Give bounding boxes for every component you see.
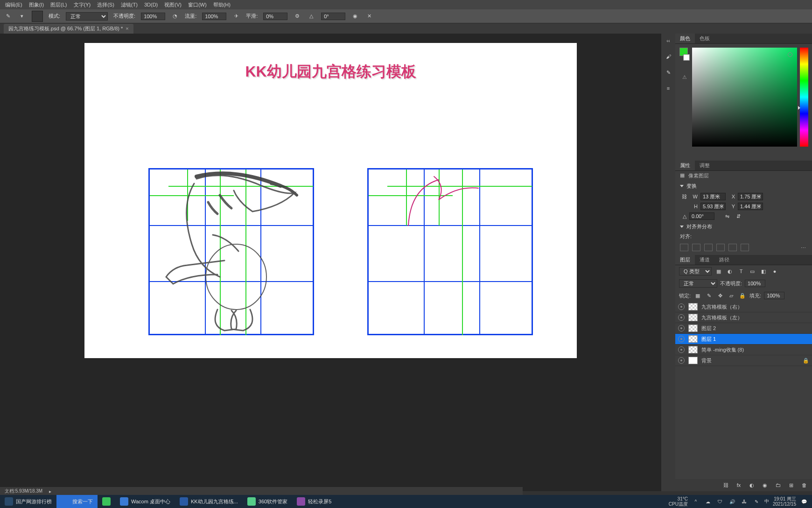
layer-opacity-input[interactable] [745, 280, 765, 287]
align-top-icon[interactable] [716, 244, 725, 251]
tab-properties[interactable]: 属性 [675, 161, 695, 170]
status-arrow-icon[interactable]: ▸ [49, 489, 51, 494]
angle-prop-input[interactable] [689, 212, 714, 220]
tray-up-icon[interactable]: ^ [692, 497, 700, 506]
brush-preview-icon[interactable] [32, 11, 43, 22]
visibility-icon[interactable] [678, 303, 685, 310]
pressure-opacity-icon[interactable]: ◔ [171, 12, 179, 21]
layer-blend-select[interactable]: 正常 [679, 279, 717, 288]
transform-header[interactable]: 变换 [675, 181, 812, 191]
flow-input[interactable] [202, 13, 226, 20]
taskbar-item[interactable]: Wacom 桌面中心 [115, 495, 175, 508]
y-input[interactable] [738, 203, 763, 210]
link-layers-icon[interactable]: ⛓ [721, 481, 730, 489]
tray-shield-icon[interactable]: 🛡 [716, 497, 724, 506]
layer-fx-icon[interactable]: fx [735, 481, 743, 489]
width-input[interactable] [700, 193, 726, 200]
fill-input[interactable] [764, 292, 784, 299]
canvas-area[interactable]: KK幼儿园九宫格练习模板 [0, 34, 661, 491]
filter-shape-icon[interactable]: ▭ [748, 267, 756, 275]
menu-3d[interactable]: 3D(D) [141, 1, 161, 8]
layer-row[interactable]: 九宫格模板（左） [675, 312, 812, 323]
panel-collapse-icon[interactable]: ‹‹ [664, 36, 672, 45]
tray-net-icon[interactable]: 🖧 [740, 497, 749, 506]
lock-artboard-icon[interactable]: ▱ [727, 291, 735, 300]
group-icon[interactable]: 🗀 [774, 481, 782, 489]
brush-tool-icon[interactable]: ✎ [4, 12, 12, 21]
document-tab[interactable]: 园九宫格练习模板.psd @ 66.7% (图层 1, RGB/8) * × [4, 24, 133, 34]
menu-image[interactable]: 图象(I) [26, 0, 47, 9]
brushes-panel-icon[interactable]: 🖌 [664, 52, 672, 61]
align-left-icon[interactable] [680, 244, 688, 251]
ime-indicator[interactable]: 中 [764, 498, 769, 505]
link-wh-icon[interactable]: ⛓ [680, 192, 688, 201]
blend-mode-select[interactable]: 正常 [66, 12, 108, 21]
x-input[interactable] [738, 193, 763, 200]
symmetry-icon[interactable]: ✕ [365, 12, 373, 21]
filter-smart-icon[interactable]: ◧ [759, 267, 768, 275]
flip-v-icon[interactable]: ⇵ [734, 212, 742, 220]
layer-row[interactable]: 图层 2 [675, 323, 812, 334]
lock-all-icon[interactable]: 🔒 [738, 291, 747, 300]
smooth-gear-icon[interactable]: ⚙ [293, 12, 301, 21]
align-vcenter-icon[interactable] [728, 244, 737, 251]
filter-toggle-icon[interactable]: ● [770, 267, 779, 275]
menu-view[interactable]: 视图(V) [161, 0, 184, 9]
layer-row[interactable]: 九宫格模板（右） [675, 302, 812, 312]
layer-row[interactable]: 图层 1 [675, 334, 812, 345]
layer-thumbnail[interactable] [688, 346, 698, 353]
background-color-swatch[interactable] [683, 54, 690, 61]
menu-edit[interactable]: 编辑(E) [2, 0, 25, 9]
visibility-icon[interactable] [678, 314, 685, 321]
taskbar-item[interactable]: KK幼儿园九宫格练... [175, 495, 243, 508]
hue-slider[interactable] [800, 48, 808, 147]
opacity-input[interactable] [141, 13, 165, 20]
layer-row[interactable]: 简单 -ming收集 (8) [675, 345, 812, 355]
layer-thumbnail[interactable] [688, 303, 698, 310]
filter-type-icon[interactable]: T [737, 267, 745, 275]
settings-panel-icon[interactable]: ≡ [664, 84, 672, 92]
tab-adjustments[interactable]: 调整 [695, 161, 714, 170]
visibility-icon[interactable] [678, 357, 685, 364]
close-icon[interactable]: × [126, 26, 128, 31]
layer-thumbnail[interactable] [688, 335, 698, 343]
brush-settings-icon[interactable]: ✎ [664, 68, 672, 77]
menu-window[interactable]: 窗口(W) [185, 0, 210, 9]
pressure-size-icon[interactable]: ◉ [351, 12, 359, 21]
smooth-input[interactable] [263, 13, 287, 20]
tab-color[interactable]: 颜色 [675, 34, 695, 43]
menu-select[interactable]: 选择(S) [94, 0, 117, 9]
color-picker[interactable] [692, 48, 808, 157]
tab-layers[interactable]: 图层 [675, 255, 695, 265]
lock-paint-icon[interactable]: ✎ [705, 291, 713, 300]
visibility-icon[interactable] [678, 346, 685, 353]
menu-filter[interactable]: 滤镜(T) [118, 0, 140, 9]
layer-row[interactable]: 背景 🔒 [675, 355, 812, 366]
new-layer-icon[interactable]: ⊞ [787, 481, 795, 489]
taskbar-item[interactable]: 轻松录屏5 [292, 495, 336, 508]
flip-h-icon[interactable]: ⇋ [723, 212, 731, 220]
taskbar-item[interactable] [98, 495, 115, 508]
layer-thumbnail[interactable] [688, 357, 698, 364]
menu-type[interactable]: 文字(Y) [71, 0, 94, 9]
height-input[interactable] [700, 203, 726, 210]
tab-channels[interactable]: 通道 [695, 255, 714, 265]
visibility-icon[interactable] [678, 325, 685, 332]
filter-pixel-icon[interactable]: ▦ [714, 267, 723, 275]
brush-preset-icon[interactable]: ▾ [18, 12, 26, 21]
taskbar-item[interactable]: 搜索一下 [56, 495, 98, 508]
lock-transparent-icon[interactable]: ▦ [693, 291, 702, 300]
layer-mask-icon[interactable]: ◐ [748, 481, 756, 489]
layer-thumbnail[interactable] [688, 325, 698, 332]
taskbar-item[interactable]: 360软件管家 [243, 495, 292, 508]
menu-help[interactable]: 帮助(H) [210, 0, 233, 9]
align-header[interactable]: 对齐并分布 [675, 221, 812, 232]
tray-tablet-icon[interactable]: ✎ [752, 497, 761, 506]
visibility-icon[interactable] [678, 336, 685, 342]
airbrush-icon[interactable]: ✈ [232, 12, 240, 21]
tab-paths[interactable]: 路径 [714, 255, 734, 265]
lock-position-icon[interactable]: ✥ [716, 291, 724, 300]
layer-thumbnail[interactable] [688, 314, 698, 321]
filter-adjust-icon[interactable]: ◐ [726, 267, 734, 275]
notifications-icon[interactable]: 💬 [800, 497, 808, 506]
